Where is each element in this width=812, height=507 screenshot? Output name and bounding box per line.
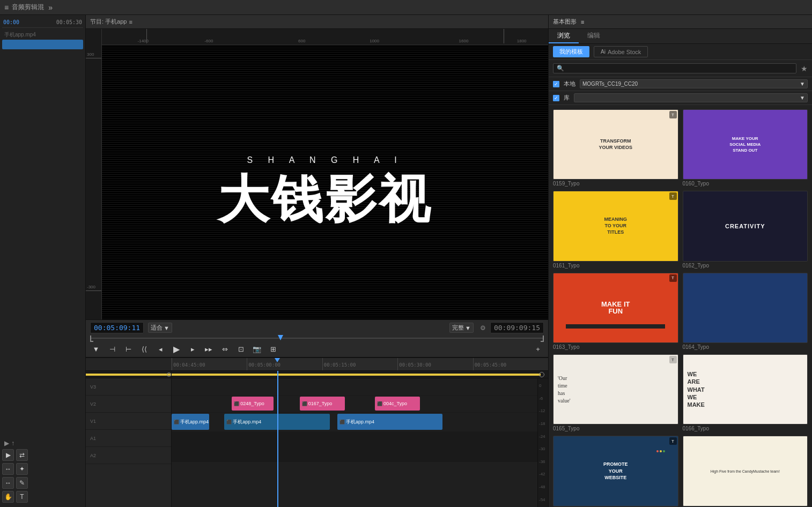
center-panel: 节目: 手机app ≡ 300 -300 -1400 -600: [86, 15, 548, 507]
menu-icon[interactable]: ≡: [4, 3, 9, 12]
library-checkbox[interactable]: ✓: [553, 95, 559, 101]
export-icon[interactable]: ↑: [11, 439, 14, 447]
step-back-btn[interactable]: ⟨⟨: [138, 343, 150, 355]
clip-v1-3[interactable]: ⬛ 手机app.mp4: [337, 414, 443, 430]
tab-edit[interactable]: 编辑: [579, 29, 609, 43]
template-0162[interactable]: CREATIVITY 0162_Typo: [683, 191, 808, 268]
safe-margins-btn[interactable]: ⊡: [235, 343, 247, 355]
go-to-out-btn[interactable]: ⊢: [122, 343, 134, 355]
library-label: 库: [564, 94, 570, 102]
forward-one-btn[interactable]: ▸: [187, 343, 198, 355]
template-0161[interactable]: T MEANINGTO YOURTITLES 0161_Typo: [553, 191, 678, 268]
workarea-handle[interactable]: [539, 372, 544, 377]
play-icon-small[interactable]: ▶: [4, 439, 9, 447]
ripple-tool[interactable]: ↔: [2, 463, 14, 475]
thumb-0164: [683, 273, 808, 343]
clip-0248-label: ⬛ 0248_Typo: [234, 401, 264, 406]
local-checkbox[interactable]: ✓: [553, 81, 559, 87]
template-0159[interactable]: T TRANSFORMYOUR VIDEOS 0159_Typo: [553, 109, 678, 187]
track-label-a2: A2: [86, 447, 171, 464]
preview-area[interactable]: 300 -300 -1400 -600 600 1000 1600 1800 S…: [86, 29, 548, 319]
library-dropdown[interactable]: ▼: [574, 93, 808, 102]
step-forward-btn[interactable]: ▸▸: [203, 343, 215, 355]
play-btn[interactable]: ▶: [171, 343, 182, 355]
clip-v1-1[interactable]: ⬛ 手机app.mp4: [172, 414, 209, 430]
clip-0248[interactable]: ⬛ 0248_Typo: [232, 397, 273, 411]
razor-tool[interactable]: ✦: [16, 463, 28, 475]
loop-btn[interactable]: ⇔: [219, 343, 231, 355]
track-clip-left[interactable]: [2, 40, 83, 49]
scale-neg36: -36: [539, 459, 547, 464]
track-select-tool[interactable]: ⇄: [16, 449, 28, 461]
hand-tool[interactable]: ✋: [2, 491, 14, 503]
template-0163[interactable]: T MAKE ITFUN 0163_Typo: [553, 273, 678, 350]
tab-browse[interactable]: 浏览: [549, 29, 579, 43]
mark-in-btn[interactable]: ▼: [90, 343, 102, 355]
template-0165[interactable]: T 'Ourtimehasvalue' 0165_Typo: [553, 354, 678, 431]
playhead-arrow: [275, 358, 280, 362]
template-0168[interactable]: High Five from the CandyMustache team! 0…: [683, 436, 808, 507]
tracks-content: ⬛ 0248_Typo ⬛ 0167_Typo: [172, 371, 548, 507]
ruler-mark-1: 00:05:00:00: [247, 358, 322, 370]
search-bar[interactable]: 🔍: [553, 63, 796, 73]
ruler-num-top-2: -600: [204, 39, 213, 43]
eg-menu-icon[interactable]: ≡: [581, 19, 584, 25]
camera-btn[interactable]: 📷: [251, 343, 263, 355]
filter-local-row: ✓ 本地 MOGRTs_CC19_CC20 ▼: [549, 77, 812, 91]
preview-subtitle: S H A N G H A I: [102, 155, 548, 165]
scrubber-area[interactable]: [90, 335, 544, 341]
clip-v1-2-label: ⬛ 手机app.mp4: [226, 419, 261, 426]
local-dropdown[interactable]: MOGRTs_CC19_CC20 ▼: [580, 79, 808, 88]
my-templates-btn[interactable]: 我的模板: [553, 46, 589, 57]
fit-dropdown[interactable]: 适合 ▼: [148, 323, 172, 333]
template-icon-0165: T: [669, 356, 677, 363]
tools-bottom-row: ▶ ↑: [2, 437, 83, 449]
label-0160: 0160_Typo: [683, 181, 808, 187]
go-to-in-btn[interactable]: ⊣: [106, 343, 118, 355]
current-timecode[interactable]: 00:05:09:11: [90, 322, 144, 333]
source-buttons: 我的模板 Ai Adobe Stock: [549, 44, 812, 60]
favorites-icon[interactable]: ★: [801, 64, 808, 73]
eg-header: 基本图形 ≡: [549, 15, 812, 29]
add-track-btn[interactable]: +: [532, 343, 544, 355]
timeline-ruler: 00:04:45:00 00:05:00:00 00:05:15:00 00:0…: [86, 358, 548, 371]
thumb-0167-dots: [656, 450, 665, 452]
track-v1: ⬛ 手机app.mp4 ⬛ 手机app.mp4: [172, 413, 548, 432]
monitor-menu-icon[interactable]: ≡: [129, 19, 132, 25]
label-0162: 0162_Typo: [683, 263, 808, 269]
thumb-0161: T MEANINGTO YOURTITLES: [553, 191, 678, 261]
scale-neg6: -6: [539, 396, 547, 401]
filter-library-row: ✓ 库 ▼: [549, 91, 812, 105]
thumb-0163: T MAKE ITFUN: [553, 273, 678, 343]
clip-004c[interactable]: ⬛ 004c_Typo: [375, 397, 420, 411]
template-0167[interactable]: T PROMOTEYOURWEBSITE 0167_Typo: [553, 436, 678, 507]
clip-v1-1-text: 手机app.mp4: [180, 419, 209, 426]
workarea-bar: [86, 374, 171, 376]
template-0164[interactable]: 0164_Typo: [683, 273, 808, 350]
template-0160[interactable]: MAKE YOURSOCIAL MEDIASTAND OUT 0160_Typo: [683, 109, 808, 187]
back-one-btn[interactable]: ◂: [154, 343, 166, 355]
settings-icon[interactable]: ⚙: [480, 324, 486, 332]
ruler-num-2: -300: [87, 285, 95, 289]
thumb-0162-text: CREATIVITY: [725, 223, 765, 229]
thumb-0168-text: High Five from the CandyMustache team!: [711, 469, 780, 473]
adobe-stock-btn[interactable]: Ai Adobe Stock: [594, 46, 648, 57]
slip-tool[interactable]: ↔: [2, 477, 14, 489]
clip-0167[interactable]: ⬛ 0167_Typo: [300, 397, 345, 411]
select-tool[interactable]: ▶: [2, 449, 14, 461]
track-v3-name: V3: [90, 384, 96, 390]
export-frame-btn[interactable]: ⊞: [267, 343, 279, 355]
thumb-0165-text: 'Ourtimehasvalue': [558, 375, 570, 405]
template-0166[interactable]: WEAREWHATWEMAKE 0166_Typo: [683, 354, 808, 431]
scrubber-head[interactable]: [278, 335, 283, 341]
expand-icon[interactable]: »: [48, 3, 53, 12]
pen-tool[interactable]: ✎: [16, 477, 28, 489]
type-tool[interactable]: T: [16, 491, 28, 503]
ruler-num-top-5: 1600: [459, 39, 469, 43]
search-input[interactable]: [566, 65, 793, 72]
fit-label: 适合: [151, 324, 163, 332]
track-v3: [172, 378, 548, 396]
svg-marker-0: [278, 335, 283, 340]
track-file-label: 手机app.mp4: [2, 30, 83, 40]
complete-dropdown[interactable]: 完整 ▼: [449, 323, 474, 333]
